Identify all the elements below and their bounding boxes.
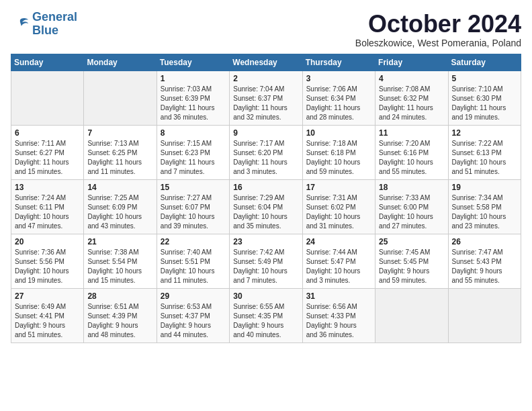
cell-content: Sunrise: 7:08 AM Sunset: 6:32 PM Dayligh… (379, 85, 444, 122)
day-number: 15 (161, 183, 226, 192)
day-number: 13 (15, 183, 80, 192)
day-number: 4 (379, 74, 444, 83)
logo-text: General Blue (32, 11, 77, 38)
cell-content: Sunrise: 7:29 AM Sunset: 6:04 PM Dayligh… (233, 193, 298, 231)
cell-content: Sunrise: 7:47 AM Sunset: 5:43 PM Dayligh… (452, 248, 517, 285)
cell-week4-day4: 24Sunrise: 7:44 AM Sunset: 5:47 PM Dayli… (302, 234, 375, 288)
day-number: 23 (233, 237, 298, 246)
title-block: October 2024 Boleszkowice, West Pomerani… (355, 11, 521, 48)
cell-week5-day0: 27Sunrise: 6:49 AM Sunset: 4:41 PM Dayli… (11, 288, 84, 342)
cell-content: Sunrise: 7:10 AM Sunset: 6:30 PM Dayligh… (452, 85, 517, 122)
cell-week5-day2: 29Sunrise: 6:53 AM Sunset: 4:37 PM Dayli… (157, 288, 229, 342)
week-row-1: 1Sunrise: 7:03 AM Sunset: 6:39 PM Daylig… (11, 71, 521, 125)
day-number: 28 (87, 291, 152, 301)
day-number: 24 (306, 237, 371, 246)
day-number: 21 (87, 237, 152, 246)
cell-content: Sunrise: 6:49 AM Sunset: 4:41 PM Dayligh… (15, 302, 80, 340)
cell-content: Sunrise: 7:20 AM Sunset: 6:16 PM Dayligh… (379, 139, 444, 177)
cell-content: Sunrise: 7:15 AM Sunset: 6:23 PM Dayligh… (161, 139, 226, 177)
cell-week3-day1: 14Sunrise: 7:25 AM Sunset: 6:09 PM Dayli… (84, 179, 157, 234)
cell-week4-day1: 21Sunrise: 7:38 AM Sunset: 5:54 PM Dayli… (84, 234, 157, 288)
day-number: 17 (306, 183, 371, 192)
cell-week2-day6: 12Sunrise: 7:22 AM Sunset: 6:13 PM Dayli… (448, 125, 521, 179)
cell-week1-day0 (11, 71, 84, 125)
cell-content: Sunrise: 7:04 AM Sunset: 6:37 PM Dayligh… (233, 85, 298, 122)
cell-week2-day5: 11Sunrise: 7:20 AM Sunset: 6:16 PM Dayli… (375, 125, 448, 179)
cell-week3-day4: 17Sunrise: 7:31 AM Sunset: 6:02 PM Dayli… (302, 179, 375, 234)
week-row-2: 6Sunrise: 7:11 AM Sunset: 6:27 PM Daylig… (11, 125, 521, 179)
day-number: 29 (161, 291, 226, 301)
cell-content: Sunrise: 7:13 AM Sunset: 6:25 PM Dayligh… (87, 139, 152, 177)
cell-week3-day0: 13Sunrise: 7:24 AM Sunset: 6:11 PM Dayli… (11, 179, 84, 234)
cell-content: Sunrise: 6:51 AM Sunset: 4:39 PM Dayligh… (87, 302, 152, 340)
logo: General Blue (11, 11, 77, 38)
cell-week2-day0: 6Sunrise: 7:11 AM Sunset: 6:27 PM Daylig… (11, 125, 84, 179)
week-row-5: 27Sunrise: 6:49 AM Sunset: 4:41 PM Dayli… (11, 288, 521, 342)
month-title: October 2024 (355, 11, 521, 38)
col-thursday: Thursday (302, 54, 375, 71)
day-number: 11 (379, 128, 444, 138)
cell-week5-day5 (375, 288, 448, 342)
week-row-3: 13Sunrise: 7:24 AM Sunset: 6:11 PM Dayli… (11, 179, 521, 234)
day-number: 7 (87, 128, 152, 138)
cell-content: Sunrise: 7:27 AM Sunset: 6:07 PM Dayligh… (161, 193, 226, 231)
cell-week1-day4: 3Sunrise: 7:06 AM Sunset: 6:34 PM Daylig… (302, 71, 375, 125)
cell-week5-day1: 28Sunrise: 6:51 AM Sunset: 4:39 PM Dayli… (84, 288, 157, 342)
calendar-table: Sunday Monday Tuesday Wednesday Thursday… (11, 54, 521, 343)
cell-content: Sunrise: 7:25 AM Sunset: 6:09 PM Dayligh… (87, 193, 152, 231)
cell-week1-day1 (84, 71, 157, 125)
logo-bird-icon (11, 15, 30, 34)
cell-content: Sunrise: 7:45 AM Sunset: 5:45 PM Dayligh… (379, 248, 444, 285)
page-header: General Blue October 2024 Boleszkowice, … (11, 11, 521, 48)
col-monday: Monday (84, 54, 157, 71)
day-number: 2 (233, 74, 298, 83)
day-number: 19 (452, 183, 517, 192)
cell-content: Sunrise: 7:36 AM Sunset: 5:56 PM Dayligh… (15, 248, 80, 285)
cell-week4-day0: 20Sunrise: 7:36 AM Sunset: 5:56 PM Dayli… (11, 234, 84, 288)
day-number: 3 (306, 74, 371, 83)
cell-week5-day3: 30Sunrise: 6:55 AM Sunset: 4:35 PM Dayli… (230, 288, 302, 342)
day-number: 10 (306, 128, 371, 138)
day-number: 25 (379, 237, 444, 246)
cell-content: Sunrise: 6:56 AM Sunset: 4:33 PM Dayligh… (306, 302, 371, 340)
cell-content: Sunrise: 7:17 AM Sunset: 6:20 PM Dayligh… (233, 139, 298, 177)
cell-content: Sunrise: 7:33 AM Sunset: 6:00 PM Dayligh… (379, 193, 444, 231)
cell-content: Sunrise: 6:55 AM Sunset: 4:35 PM Dayligh… (233, 302, 298, 340)
cell-week5-day4: 31Sunrise: 6:56 AM Sunset: 4:33 PM Dayli… (302, 288, 375, 342)
cell-content: Sunrise: 7:03 AM Sunset: 6:39 PM Dayligh… (161, 85, 226, 122)
day-number: 1 (161, 74, 226, 83)
logo-line1: General (32, 10, 77, 24)
col-friday: Friday (375, 54, 448, 71)
day-number: 16 (233, 183, 298, 192)
col-sunday: Sunday (11, 54, 84, 71)
cell-week1-day5: 4Sunrise: 7:08 AM Sunset: 6:32 PM Daylig… (375, 71, 448, 125)
cell-week1-day2: 1Sunrise: 7:03 AM Sunset: 6:39 PM Daylig… (157, 71, 229, 125)
cell-content: Sunrise: 7:38 AM Sunset: 5:54 PM Dayligh… (87, 248, 152, 285)
cell-content: Sunrise: 7:06 AM Sunset: 6:34 PM Dayligh… (306, 85, 371, 122)
logo-line2: Blue (32, 24, 58, 37)
day-number: 27 (15, 291, 80, 301)
cell-content: Sunrise: 7:44 AM Sunset: 5:47 PM Dayligh… (306, 248, 371, 285)
day-number: 30 (233, 291, 298, 301)
cell-week5-day6 (448, 288, 521, 342)
cell-week4-day6: 26Sunrise: 7:47 AM Sunset: 5:43 PM Dayli… (448, 234, 521, 288)
cell-content: Sunrise: 7:22 AM Sunset: 6:13 PM Dayligh… (452, 139, 517, 177)
cell-content: Sunrise: 7:34 AM Sunset: 5:58 PM Dayligh… (452, 193, 517, 231)
day-number: 9 (233, 128, 298, 138)
day-number: 18 (379, 183, 444, 192)
day-number: 5 (452, 74, 517, 83)
cell-week3-day3: 16Sunrise: 7:29 AM Sunset: 6:04 PM Dayli… (230, 179, 302, 234)
cell-week2-day1: 7Sunrise: 7:13 AM Sunset: 6:25 PM Daylig… (84, 125, 157, 179)
col-tuesday: Tuesday (157, 54, 229, 71)
col-wednesday: Wednesday (230, 54, 302, 71)
cell-content: Sunrise: 7:11 AM Sunset: 6:27 PM Dayligh… (15, 139, 80, 177)
col-saturday: Saturday (448, 54, 521, 71)
cell-week4-day5: 25Sunrise: 7:45 AM Sunset: 5:45 PM Dayli… (375, 234, 448, 288)
day-number: 14 (87, 183, 152, 192)
cell-week2-day3: 9Sunrise: 7:17 AM Sunset: 6:20 PM Daylig… (230, 125, 302, 179)
cell-week3-day6: 19Sunrise: 7:34 AM Sunset: 5:58 PM Dayli… (448, 179, 521, 234)
cell-content: Sunrise: 6:53 AM Sunset: 4:37 PM Dayligh… (161, 302, 226, 340)
day-number: 8 (161, 128, 226, 138)
cell-week1-day6: 5Sunrise: 7:10 AM Sunset: 6:30 PM Daylig… (448, 71, 521, 125)
day-number: 26 (452, 237, 517, 246)
